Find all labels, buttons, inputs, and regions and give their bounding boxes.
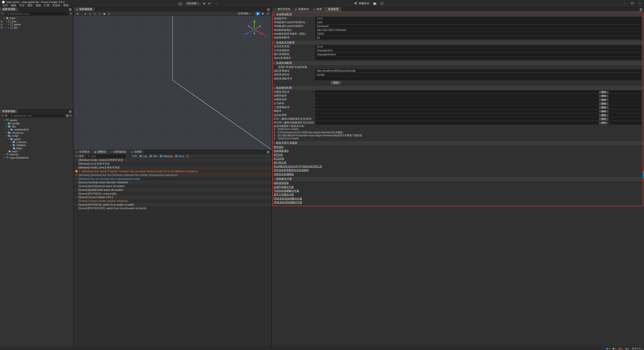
sort-assets-button[interactable] [66,115,69,116]
step-button[interactable] [208,2,212,6]
hierarchy-menu-button[interactable] [69,8,71,10]
inspector-tab[interactable]: 服务 [311,7,325,11]
asset-row[interactable]: libs [0,125,73,128]
expand-arrow-icon[interactable] [8,26,10,29]
hierarchy-node-row[interactable]: main [0,17,73,20]
inspector-tab[interactable]: 属性检查器 [272,7,293,11]
expand-arrow-icon[interactable] [5,20,8,22]
solution-link[interactable]: 2D角色扮演游戏解决方案 [274,197,302,200]
log-row[interactable]: ▸ [Scene] Forward render pipeline initia… [74,199,271,203]
section-header[interactable]: 游戏资源配置 [272,61,644,65]
delete-button[interactable]: 删除 [599,118,609,120]
expand-arrow-icon[interactable] [8,138,10,140]
remote-load-checkbox[interactable] [274,66,276,68]
property-value-input[interactable]: 1.0.5 [315,17,641,20]
doc-link[interactable]: 游戏模板项目 [274,149,289,153]
export-log-icon[interactable] [186,155,188,157]
delete-button[interactable]: 删除 [599,91,609,94]
asset-row[interactable]: Main [0,147,73,150]
solution-link[interactable]: 全栈开发解决方案 [274,185,294,189]
expand-arrow-icon[interactable]: ▸ [79,170,81,172]
menu-item[interactable]: 文件 [1,4,9,7]
doc-link[interactable]: Excel格式转Json文件与TypeScript代码工具 [274,165,322,168]
log-row[interactable]: ▸ [Scene] [bullet]:bullet wasm lib loade… [74,188,271,192]
menu-item[interactable]: 节点 [18,4,26,7]
build-publish-button[interactable]: 构建发布 [354,2,369,5]
transform-tool-button[interactable] [102,12,106,15]
asset-row[interactable]: resources [0,131,73,134]
filter-checkbox[interactable]: Error [175,155,184,158]
asset-row[interactable]: assets [0,119,73,122]
solution-link[interactable]: 战棋游戏框架 [274,181,289,185]
menu-item[interactable]: 扩展 [43,4,51,7]
log-row[interactable]: ▸ [Scene] [box2d]:box2d wasm lib loaded. [74,184,271,188]
lock-icon[interactable] [1,23,2,25]
property-value-input[interactable]: language/texture [315,53,641,56]
property-value-input[interactable]: zh,en [315,45,641,48]
asset-row[interactable]: common [0,141,73,144]
solution-link[interactable]: 3D角色扮演游戏解决方案 [274,201,302,204]
property-value-input[interactable]: http://192.168.0.150/main/ [315,28,641,32]
inspector-menu-button[interactable] [640,8,642,10]
preview-device-button[interactable] [179,2,183,6]
inspector-tab[interactable]: 构建发布 [293,7,311,11]
scene-camera-button[interactable] [261,12,265,15]
menu-item[interactable]: 项目 [26,4,34,7]
minimize-button[interactable] [622,1,627,6]
assets-menu-button[interactable] [69,110,71,112]
asset-row[interactable]: game [0,137,73,140]
doc-link[interactable]: ECS文档 [274,157,284,160]
log-row[interactable]: ▸ [Window] render_texture文件夹不存在 [74,158,271,162]
filter-icon[interactable] [70,13,72,15]
transform-tool-button[interactable] [83,12,87,15]
expand-arrow-icon[interactable] [5,122,8,124]
transform-tool-button[interactable] [107,12,111,15]
log-row[interactable]: ▸ [Window] ecs文件夹不存在 [74,162,271,166]
status-count-badge[interactable]: 3 [606,347,610,350]
lock-icon[interactable] [1,20,2,22]
hierarchy-node-row[interactable]: game [0,23,73,26]
inspector-tab[interactable]: 框架配置 [325,7,341,11]
delete-button[interactable]: 删除 [599,99,609,101]
lock-icon[interactable] [1,26,2,28]
clear-console-button[interactable]: 清空 [75,154,84,158]
delete-button[interactable]: 删除 [599,122,609,124]
menu-item[interactable]: 开发者 [51,4,62,7]
section-header[interactable]: 游戏基础配置 [272,13,644,17]
scene-viewport[interactable]: Y X Z [74,16,271,150]
asset-row[interactable]: initialize [0,144,73,147]
filter-checkbox[interactable]: Warning [160,155,173,158]
expand-arrow-icon[interactable] [3,153,6,156]
expand-arrow-icon[interactable]: ▸ [75,174,77,176]
expand-arrow-icon[interactable] [8,128,10,131]
scene-settings-button[interactable] [266,12,270,15]
delete-button[interactable]: 删除 [599,106,609,109]
expand-arrow-icon[interactable]: ▸ [75,178,77,180]
expand-arrow-icon[interactable] [8,23,10,25]
console-tab[interactable]: 动画编辑器 [108,150,129,154]
log-row[interactable]: ! ▸ [Window] [Vue warn]: Property "onInp… [74,169,271,173]
status-count-badge[interactable]: 0 [619,347,623,350]
expand-arrow-icon[interactable] [3,156,6,159]
play-button[interactable] [203,2,207,6]
help-icon[interactable]: ? [380,2,383,5]
save-button[interactable]: 保存 [331,81,341,84]
delete-button[interactable]: 删除 [599,110,609,113]
property-value-input[interactable]: language/json [315,49,641,52]
console-tab[interactable]: 控制台 [92,150,108,154]
asset-row[interactable]: internal [0,153,73,156]
layout-grid-button[interactable] [214,2,218,6]
property-value-input[interactable]: 60 [315,36,641,39]
doc-link[interactable]: MVVM文档 [274,161,286,164]
log-row[interactable]: ▸ [Scene] [PHYSICS]: switch from builtin… [74,203,271,206]
assets-search-input[interactable] [14,114,63,117]
expand-arrow-icon[interactable] [5,132,8,134]
section-header[interactable]: 框架模块剥离 [272,86,644,90]
log-row[interactable]: ▸ [Scene] [PHYSICS2D]: switch from box2d… [74,206,271,210]
asset-row[interactable]: main [0,150,73,153]
expand-arrow-icon[interactable] [5,135,8,137]
import-asset-button[interactable] [5,114,7,117]
section-header[interactable]: 游戏多语言配置 [272,41,644,45]
console-search-input[interactable] [91,155,125,158]
doc-link[interactable]: 动画状态机编辑器 [274,172,294,176]
